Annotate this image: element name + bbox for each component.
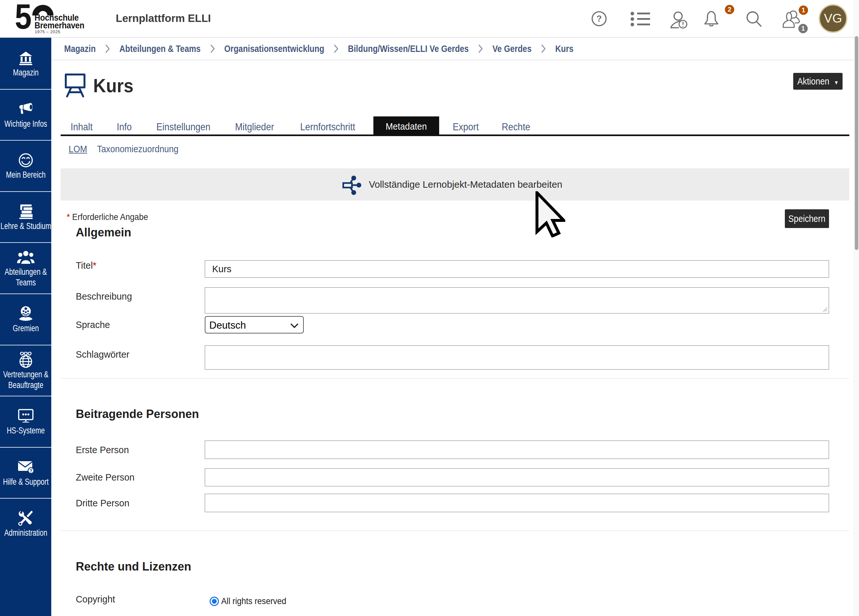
svg-text:?: ? <box>597 14 602 23</box>
svg-text:?: ? <box>29 468 32 474</box>
